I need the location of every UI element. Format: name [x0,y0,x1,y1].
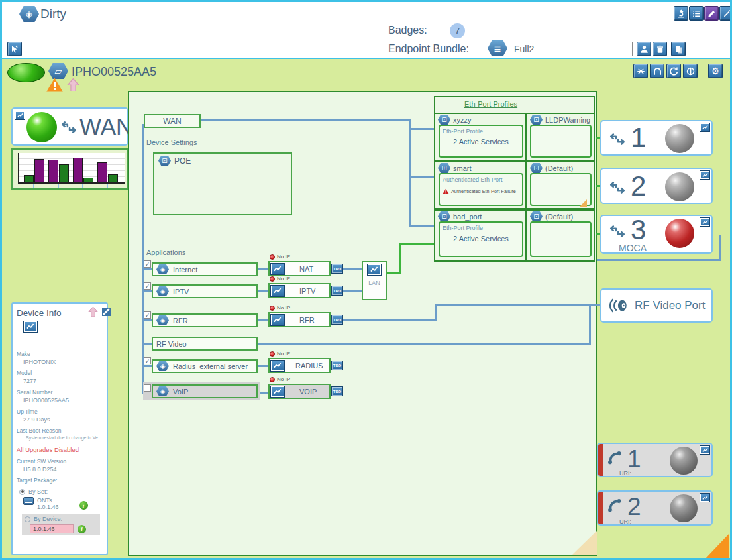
connector-line [258,290,268,292]
profile-lldpwarning-box[interactable] [530,125,592,158]
tbd-button[interactable]: TBD [331,264,343,274]
power-icon[interactable] [683,64,698,78]
tbd-button[interactable]: TBD [331,361,343,370]
by-set-radio[interactable] [19,489,25,495]
chart-icon[interactable] [270,285,285,297]
chart-icon[interactable] [700,445,710,455]
tbd-button[interactable]: TBD [331,286,343,296]
swap-arrows-icon [608,182,627,194]
lan-node[interactable]: LAN [362,261,387,300]
profile-xyzzy-box[interactable]: Eth-Port Profile 2 Active Services [439,125,523,158]
wan-chart-plot [18,153,125,184]
tbd-button[interactable]: TBD [331,315,343,325]
device-settings-link[interactable]: Device Settings [146,139,197,146]
port-number: 3 [631,216,646,244]
phone-port-1-card[interactable]: 1 URI: [597,443,713,477]
applications-link[interactable]: Applications [146,249,185,256]
chart-icon[interactable] [270,314,285,326]
info-icon[interactable]: i [79,501,88,510]
profile-default-3[interactable]: ⊡ (Default) [530,211,573,221]
copy-icon[interactable] [671,42,686,56]
eth-port-failure-warning: Authenticated Eth-Port Failure [440,183,522,194]
edit-corner-icon[interactable] [102,307,111,319]
chart-icon[interactable] [23,321,38,333]
chart-icon[interactable] [700,217,710,227]
eth-port-1-card[interactable]: 1 [600,120,713,156]
pencil-icon[interactable] [719,6,732,21]
endpoint-bundle-input[interactable] [511,42,633,56]
service-label: RFR [299,316,315,324]
poe-box[interactable]: ⊡ POE [153,152,292,215]
app-checkbox-internet[interactable]: ✓ [144,260,151,268]
service-voip[interactable]: VOIP [268,384,331,399]
profile-default-2[interactable]: ⊡ (Default) [530,163,573,173]
device-info-panel: Device Info Make IPHOTONIX Model 7277 Se… [11,302,108,555]
connector-line [142,124,144,394]
warning-corner-marker [580,199,587,207]
user-icon[interactable] [637,42,651,56]
connector-line [258,268,268,270]
badges-count[interactable]: 7 [450,23,465,38]
profile-smart-box[interactable]: Authenticated Eth-Port Authenticated Eth… [439,173,523,206]
profile-smart[interactable]: ⊞ smart [438,163,472,173]
device-status-indicator [7,63,45,82]
service-nat[interactable]: NAT [268,261,331,276]
app-rfr[interactable]: ◈ RFR [152,313,258,327]
app-icon: ◈ [156,286,169,296]
chart-icon[interactable] [367,264,382,276]
collapse-arrow-icon[interactable] [88,306,98,320]
chart-icon[interactable] [270,386,285,398]
app-radius[interactable]: ◈ Radius_external server [152,359,258,373]
eth-port-2-card[interactable]: 2 [600,168,713,204]
service-radius[interactable]: RADIUS [268,358,331,373]
by-device-version-input[interactable]: 1.0.1.46 [30,524,74,533]
tbd-button[interactable]: TBD [331,386,343,396]
list-icon[interactable] [689,6,704,21]
profile-lldpwarning[interactable]: ⊡ LLDPWarning [530,115,590,125]
service-iptv[interactable]: IPTV [268,283,331,298]
wan-port-card[interactable]: WAN [11,107,129,146]
chart-icon[interactable] [700,123,710,132]
app-voip[interactable]: ◈ VoIP [152,384,258,398]
upgrade-arrow-icon[interactable] [67,78,79,95]
diagram-resize-handle[interactable] [572,531,597,555]
marker-icon[interactable] [704,6,719,21]
upgrades-disabled-warning: All Upgrades Disabled [17,446,103,453]
chart-icon[interactable] [700,170,710,180]
profile-bad-port-box[interactable]: Eth-Port Profile 2 Active Services [439,221,523,257]
microscope-icon[interactable] [674,6,688,21]
rf-video-port-card[interactable]: RF Video Port [600,288,713,323]
profile-bad-port[interactable]: ⊡ bad_port [438,211,482,221]
wan-node-label: WAN [163,117,182,126]
eth-port-profiles-link[interactable]: Eth-Port Profiles [464,100,517,108]
port-status-ball [665,172,694,201]
chart-icon[interactable] [270,360,285,372]
eth-port-3-moca-card[interactable]: 3 MOCA [600,215,713,254]
cursor-select-icon[interactable] [7,42,22,56]
service-rfr[interactable]: RFR [268,312,331,327]
arch-icon[interactable] [650,64,664,78]
app-checkbox-rfr[interactable]: ✓ [144,311,151,319]
chart-icon[interactable] [15,111,25,120]
wan-node[interactable]: WAN [144,114,201,128]
app-checkbox-voip[interactable] [144,384,151,392]
monitor-icon: ⊡ [530,163,543,173]
chart-icon[interactable] [270,263,285,275]
app-checkbox-iptv[interactable]: ✓ [144,282,151,290]
by-device-radio[interactable] [25,516,30,522]
info-icon[interactable]: i [78,525,86,533]
app-rf-video[interactable]: RF Video [152,337,258,351]
page-resize-handle[interactable] [704,533,729,560]
refresh-icon[interactable] [666,64,681,78]
phone-port-2-card[interactable]: 2 URI: [597,490,713,526]
profile-xyzzy[interactable]: ⊡ xyzzy [438,115,472,125]
trash-icon[interactable] [653,42,667,56]
gear-icon[interactable]: ⚙ [708,64,723,78]
chart-icon[interactable] [700,493,710,502]
cell-divider [525,113,527,161]
debug-spark-icon[interactable] [633,64,648,78]
app-iptv[interactable]: ◈ IPTV [152,284,258,298]
app-checkbox-radius[interactable]: ✓ [144,357,151,364]
profile-default-3-box[interactable] [530,221,592,257]
app-internet[interactable]: ◈ Internet [152,262,258,276]
